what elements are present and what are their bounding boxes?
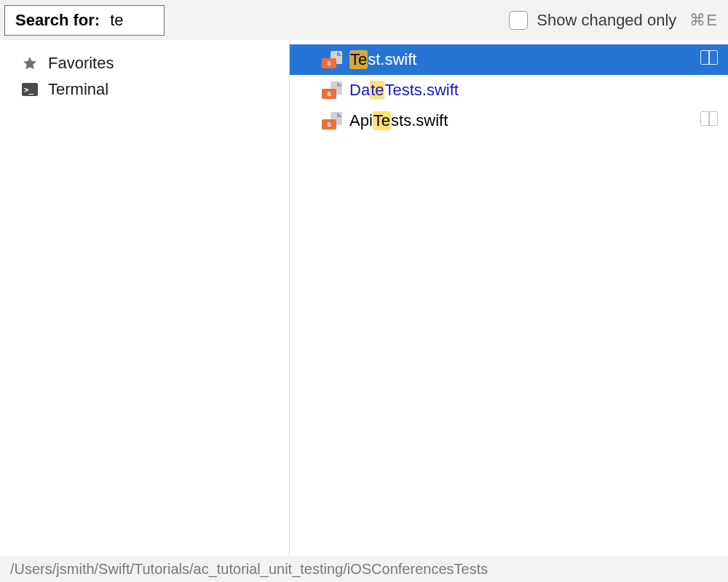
result-row[interactable]: sTest.swift	[290, 44, 728, 75]
search-label: Search for:	[15, 11, 100, 30]
open-in-split-icon[interactable]	[700, 50, 718, 69]
toolbar: Search for: Show changed only ⌘E	[0, 0, 728, 40]
filename-match: Te	[349, 50, 368, 69]
swift-file-icon: s	[322, 81, 342, 99]
open-in-split-icon[interactable]	[700, 111, 718, 130]
filename-post: Tests.swift	[384, 81, 458, 100]
result-row[interactable]: sDateTests.swift	[290, 75, 728, 105]
sidebar-item-favorites[interactable]: Favorites	[0, 50, 289, 76]
sidebar-item-label: Favorites	[48, 54, 114, 73]
swift-file-icon: s	[322, 51, 342, 68]
filename-match: te	[370, 81, 384, 100]
categories-sidebar: Favorites >_ Terminal	[0, 40, 290, 556]
results-list: sTest.swiftsDateTests.swiftsApiTests.swi…	[290, 40, 728, 556]
filename-post: sts.swift	[391, 111, 448, 130]
main-area: Favorites >_ Terminal sTest.swiftsDateTe…	[0, 40, 728, 556]
status-bar: /Users/jsmith/Swift/Tutorials/ac_tutoria…	[0, 556, 728, 582]
filename-match: Te	[373, 111, 391, 130]
show-changed-checkbox[interactable]	[509, 11, 528, 30]
result-row[interactable]: sApiTests.swift	[290, 105, 728, 136]
sidebar-item-terminal[interactable]: >_ Terminal	[0, 76, 289, 103]
status-path: /Users/jsmith/Swift/Tutorials/ac_tutoria…	[10, 561, 488, 578]
toolbar-right: Show changed only ⌘E	[509, 11, 718, 30]
search-box[interactable]: Search for:	[4, 5, 165, 36]
show-changed-label: Show changed only	[537, 11, 676, 30]
swift-file-icon: s	[322, 112, 342, 129]
result-filename: DateTests.swift	[349, 81, 459, 100]
result-filename: Test.swift	[349, 50, 416, 69]
sidebar-item-label: Terminal	[48, 80, 108, 99]
filename-pre: Api	[349, 111, 373, 130]
star-icon	[20, 55, 39, 71]
show-changed-shortcut: ⌘E	[689, 11, 718, 30]
result-filename: ApiTests.swift	[349, 111, 448, 130]
search-everywhere-popup: Search for: Show changed only ⌘E Favorit…	[0, 0, 728, 582]
filename-post: st.swift	[368, 50, 416, 69]
filename-pre: Da	[349, 81, 370, 100]
terminal-icon: >_	[20, 83, 39, 96]
search-input[interactable]	[110, 11, 154, 30]
